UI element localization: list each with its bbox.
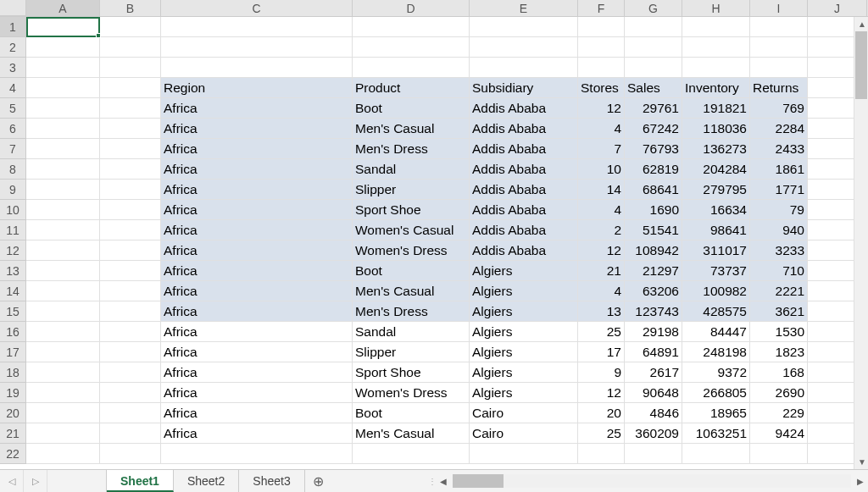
cell[interactable] (682, 37, 750, 58)
cell[interactable]: 191821 (682, 98, 750, 119)
col-header-E[interactable]: E (470, 0, 578, 16)
cell[interactable]: 4 (578, 281, 625, 301)
row-header[interactable]: 4 (0, 78, 26, 98)
cell[interactable]: Africa (161, 159, 353, 180)
cell[interactable]: Addis Ababa (470, 220, 578, 240)
cell[interactable]: 67242 (625, 119, 682, 139)
cell[interactable]: Sandal (353, 159, 470, 180)
cell[interactable]: 9 (578, 362, 625, 383)
cell[interactable] (100, 220, 161, 240)
cell[interactable]: Africa (161, 200, 353, 220)
cell[interactable]: Sandal (353, 322, 470, 342)
cell[interactable]: Algiers (470, 322, 578, 342)
cell[interactable] (26, 423, 100, 444)
col-header-D[interactable]: D (353, 0, 470, 16)
cell[interactable] (161, 17, 353, 37)
cell[interactable]: 1530 (750, 322, 808, 342)
cell[interactable] (100, 180, 161, 200)
cell[interactable]: Africa (161, 139, 353, 159)
cell[interactable] (353, 58, 470, 78)
cell[interactable] (26, 17, 100, 37)
vertical-scroll-thumb[interactable] (855, 31, 867, 99)
cell[interactable]: 118036 (682, 119, 750, 139)
cell[interactable]: Addis Ababa (470, 139, 578, 159)
col-header-C[interactable]: C (161, 0, 353, 16)
row-header[interactable]: 21 (0, 423, 26, 444)
cell[interactable] (470, 37, 578, 58)
cell[interactable]: 2617 (625, 362, 682, 383)
cell[interactable]: 12 (578, 98, 625, 119)
cell[interactable]: Algiers (470, 383, 578, 403)
cell[interactable] (578, 17, 625, 37)
cell[interactable]: 1771 (750, 180, 808, 200)
cell[interactable]: Sport Shoe (353, 362, 470, 383)
cell[interactable]: Slipper (353, 342, 470, 362)
sheet-tab-2[interactable]: Sheet2 (174, 470, 239, 492)
cell[interactable]: 84447 (682, 322, 750, 342)
cell[interactable] (470, 17, 578, 37)
cell[interactable]: Men's Casual (353, 119, 470, 139)
sheet-tab-3[interactable]: Sheet3 (239, 470, 304, 492)
cell[interactable] (353, 37, 470, 58)
new-sheet-button[interactable]: ⊕ (305, 470, 332, 492)
tab-nav-right-icon[interactable]: ▷ (24, 470, 47, 492)
cell[interactable]: 90648 (625, 383, 682, 403)
cell[interactable] (26, 180, 100, 200)
cell[interactable] (26, 240, 100, 261)
cell[interactable]: Africa (161, 261, 353, 281)
cell[interactable]: 10 (578, 159, 625, 180)
cell[interactable]: 16634 (682, 200, 750, 220)
cell[interactable]: Addis Ababa (470, 159, 578, 180)
cell[interactable] (26, 58, 100, 78)
col-header-G[interactable]: G (625, 0, 682, 16)
cell[interactable] (100, 240, 161, 261)
cell[interactable]: 136273 (682, 139, 750, 159)
cell[interactable] (578, 37, 625, 58)
cell[interactable] (100, 301, 161, 322)
row-header[interactable]: 11 (0, 220, 26, 240)
row-header[interactable]: 5 (0, 98, 26, 119)
cell[interactable]: 14 (578, 180, 625, 200)
cell[interactable] (26, 200, 100, 220)
row-header[interactable]: 10 (0, 200, 26, 220)
cell[interactable] (682, 17, 750, 37)
cell[interactable]: Addis Ababa (470, 98, 578, 119)
cell[interactable] (353, 17, 470, 37)
cell[interactable] (682, 58, 750, 78)
cell[interactable]: Addis Ababa (470, 180, 578, 200)
cell[interactable]: 229 (750, 403, 808, 423)
row-header[interactable]: 18 (0, 362, 26, 383)
cell[interactable]: 98641 (682, 220, 750, 240)
cell[interactable]: 1861 (750, 159, 808, 180)
row-header[interactable]: 20 (0, 403, 26, 423)
cell[interactable] (26, 301, 100, 322)
cell[interactable]: 2284 (750, 119, 808, 139)
cell[interactable]: 18965 (682, 403, 750, 423)
cell[interactable]: 710 (750, 261, 808, 281)
row-header[interactable]: 15 (0, 301, 26, 322)
cell[interactable]: 68641 (625, 180, 682, 200)
cell[interactable]: Africa (161, 281, 353, 301)
cell[interactable]: Women's Dress (353, 383, 470, 403)
cell[interactable] (100, 58, 161, 78)
cell[interactable]: 1063251 (682, 423, 750, 444)
cell[interactable]: 63206 (625, 281, 682, 301)
cell[interactable]: 20 (578, 403, 625, 423)
cell[interactable]: 248198 (682, 342, 750, 362)
cell[interactable]: Africa (161, 119, 353, 139)
cell[interactable] (470, 58, 578, 78)
cell[interactable] (26, 37, 100, 58)
cell[interactable]: Cairo (470, 403, 578, 423)
cell[interactable] (625, 444, 682, 464)
cell[interactable]: 17 (578, 342, 625, 362)
cell[interactable] (26, 383, 100, 403)
cell[interactable]: 25 (578, 423, 625, 444)
row-header[interactable]: 13 (0, 261, 26, 281)
cell[interactable]: Returns (750, 78, 808, 98)
cell[interactable]: Boot (353, 403, 470, 423)
cell[interactable] (26, 119, 100, 139)
cell[interactable] (26, 322, 100, 342)
row-header[interactable]: 6 (0, 119, 26, 139)
cell[interactable] (100, 17, 161, 37)
cell[interactable] (26, 362, 100, 383)
